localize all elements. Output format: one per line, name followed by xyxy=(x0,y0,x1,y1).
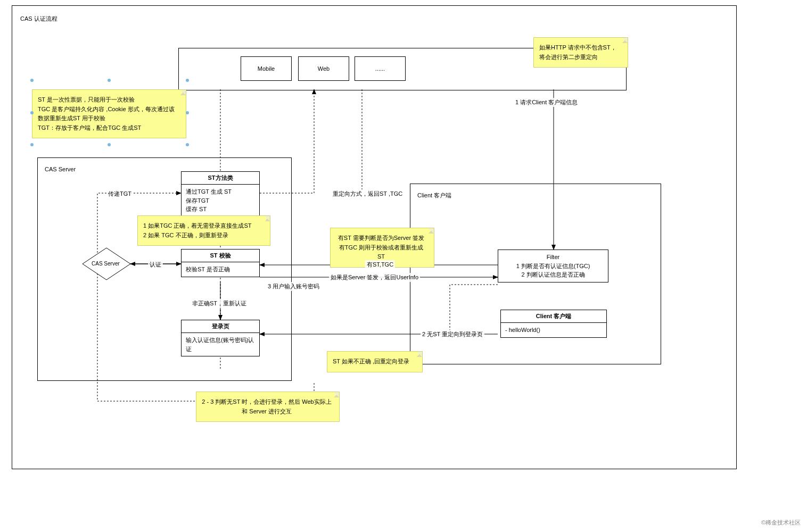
filter-title: Filter xyxy=(503,253,604,262)
cas-server-title: CAS Server xyxy=(45,166,76,172)
edge-pass-tgt: 传递TGT xyxy=(106,189,133,198)
filter-l1: 1 判断是否有认证信息(TGC) xyxy=(503,262,604,271)
edge-auth: 认证 xyxy=(148,260,163,269)
box-st-check: ST 校验 校验ST 是否正确 xyxy=(181,249,260,277)
st-method-title: ST方法类 xyxy=(182,172,259,185)
note-tgc-check: 1 如果TGC 正确，着无需登录直接生成ST2 如果 TGC 不正确，则重新登录 xyxy=(137,215,270,246)
watermark: ©稀金技术社区 xyxy=(761,519,801,527)
edge-userinfo: 如果是Server 签发，返回UserInfo xyxy=(329,273,420,282)
note-st-wrong: ST 如果不正确 ,回重定向登录 xyxy=(327,351,423,372)
note-bottom: 2 - 3 判断无ST 时，会进行登录，然后 Web实际上和 Server 进行… xyxy=(196,392,340,422)
edge-wrong-st: 非正确ST，重新认证 xyxy=(191,299,248,308)
client-mobile: Mobile xyxy=(241,56,292,81)
client-box-title: Client 客户端 xyxy=(501,310,606,323)
client-title: Client 客户端 xyxy=(417,192,451,200)
client-more: ...... xyxy=(355,56,406,81)
box-filter: Filter 1 判断是否有认证信息(TGC) 2 判断认证信息是否正确 xyxy=(498,250,608,282)
st-check-title: ST 校验 xyxy=(182,250,259,262)
login-body: 输入认证信息(账号密码)认证 xyxy=(182,333,259,356)
login-title: 登录页 xyxy=(182,320,259,333)
edge-no-st: 2 无ST 重定向到登录页 xyxy=(421,330,484,339)
st-check-body: 校验ST 是否正确 xyxy=(182,262,259,277)
note-http-redirect: 如果HTTP 请求中不包含ST，将会进行第二步重定向 xyxy=(533,37,628,68)
st-method-l2: 保存TGT xyxy=(186,196,255,205)
diagram-title: CAS 认证流程 xyxy=(20,15,57,23)
client-box-body: - helloWorld() xyxy=(501,323,606,337)
note-st-tgc-tgt[interactable]: ST 是一次性票据，只能用于一次校验TGC 是客户端持久化内容 ,Cookie … xyxy=(32,89,186,138)
box-login: 登录页 输入认证信息(账号密码)认证 xyxy=(181,320,260,356)
box-st-method: ST方法类 通过TGT 生成 ST 保存TGT 缓存 ST xyxy=(181,171,260,217)
client-web: Web xyxy=(298,56,349,81)
filter-l2: 2 判断认证信息是否正确 xyxy=(503,270,604,279)
box-client: Client 客户端 - helloWorld() xyxy=(500,310,607,338)
st-method-l1: 通过TGT 生成 ST xyxy=(186,187,255,196)
edge-redirect-st-tgc: 重定向方式，返回ST ,TGC xyxy=(331,189,404,198)
edge-input-pwd: 3 用户输入账号密码 xyxy=(266,282,321,291)
diamond-label: CAS Server xyxy=(92,261,120,267)
edge-request-client: 1 请求Client 客户端信息 xyxy=(514,98,579,107)
st-method-l3: 缓存 ST xyxy=(186,205,255,214)
edge-st-tgc: 有ST,TGC xyxy=(365,260,395,269)
